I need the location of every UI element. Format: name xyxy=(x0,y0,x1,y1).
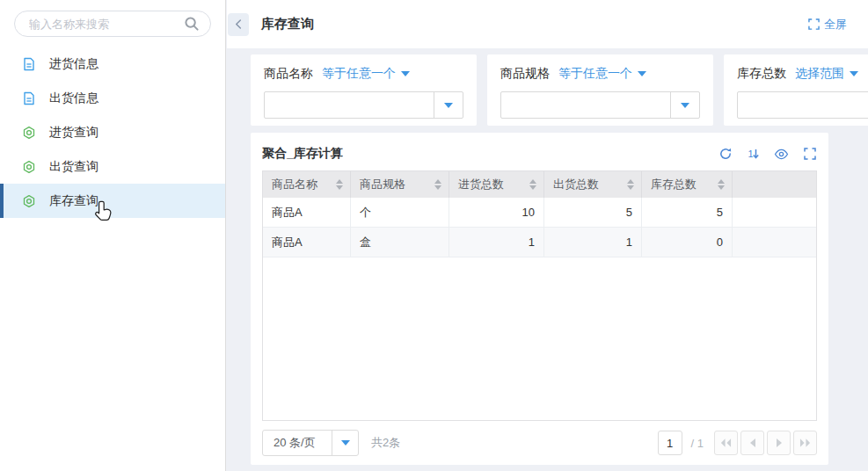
select-arrow[interactable] xyxy=(434,92,463,118)
query-icon xyxy=(22,194,36,208)
refresh-icon[interactable] xyxy=(718,147,733,162)
cell-ship-total: 1 xyxy=(544,228,642,257)
main-area: 库存查询 全屏 商品名称 等于任意一个 xyxy=(227,0,868,471)
cell-product-name: 商品A xyxy=(263,228,351,257)
page-size-label: 20 条/页 xyxy=(263,431,332,455)
filter-operator-dropdown[interactable]: 等于任意一个 xyxy=(558,66,646,82)
next-page-button[interactable] xyxy=(767,431,791,455)
column-header[interactable]: 商品规格 xyxy=(351,171,449,198)
filter-product-spec: 商品规格 等于任意一个 xyxy=(487,54,713,126)
sort-icon[interactable] xyxy=(529,179,536,190)
filter-row: 商品名称 等于任意一个 商品规格 等于任意一 xyxy=(251,54,828,126)
sidebar-item-ship-info[interactable]: 出货信息 xyxy=(0,81,225,115)
cell-stock-total: 0 xyxy=(642,228,733,257)
content-area: 商品名称 等于任意一个 商品规格 等于任意一 xyxy=(227,48,868,471)
sidebar-item-label: 进货信息 xyxy=(49,56,98,72)
sort-icon[interactable] xyxy=(434,179,441,190)
filter-operator-label: 选择范围 xyxy=(795,66,844,82)
sidebar-item-purchase-info[interactable]: 进货信息 xyxy=(0,47,225,81)
page-number-input[interactable] xyxy=(658,431,682,455)
chevron-down-icon xyxy=(444,103,453,108)
chevron-down-icon xyxy=(332,431,358,455)
filter-operator-label: 等于任意一个 xyxy=(558,66,632,82)
page-size-select[interactable]: 20 条/页 xyxy=(262,430,359,456)
cell-empty xyxy=(733,228,816,257)
sidebar-item-ship-query[interactable]: 出货查询 xyxy=(0,149,225,184)
prev-page-button[interactable] xyxy=(740,431,764,455)
product-spec-select[interactable] xyxy=(500,91,700,119)
sidebar: 进货信息 出货信息 进货查询 出货查询 库存查询 xyxy=(0,0,226,471)
product-spec-input[interactable] xyxy=(501,92,670,118)
table-title: 聚合_库存计算 xyxy=(262,146,343,162)
sidebar-item-label: 出货查询 xyxy=(49,159,98,175)
cell-purchase-total: 1 xyxy=(449,228,544,257)
chevron-down-icon xyxy=(638,71,646,76)
select-arrow[interactable] xyxy=(670,92,699,118)
numeric-sort-icon[interactable]: 1 xyxy=(746,147,761,162)
page-title: 库存查询 xyxy=(261,16,314,33)
pager-controls: / 1 xyxy=(658,431,817,455)
chevron-down-icon xyxy=(850,71,858,76)
cell-product-spec: 盒 xyxy=(351,228,449,257)
total-count-label: 共2条 xyxy=(371,435,400,451)
data-table: 商品名称 商品规格 进货总数 出货总数 xyxy=(262,170,817,421)
column-header-empty xyxy=(733,171,816,198)
chevron-down-icon xyxy=(681,103,689,108)
filter-operator-dropdown[interactable]: 等于任意一个 xyxy=(322,66,410,82)
filter-label: 库存总数 xyxy=(737,66,786,82)
column-header[interactable]: 出货总数 xyxy=(544,171,642,198)
cell-purchase-total: 10 xyxy=(449,198,544,227)
search-input[interactable] xyxy=(14,11,211,37)
back-button[interactable] xyxy=(228,13,249,36)
sidebar-item-stock-query[interactable]: 库存查询 xyxy=(0,184,225,218)
eye-icon[interactable] xyxy=(774,147,789,162)
filter-stock-total: 库存总数 选择范围 ~ xyxy=(724,54,868,126)
column-header[interactable]: 商品名称 xyxy=(263,171,351,198)
chevron-left-icon xyxy=(234,18,244,30)
product-name-input[interactable] xyxy=(265,92,434,118)
first-page-button[interactable] xyxy=(714,431,738,455)
table-row[interactable]: 商品A 个 10 5 5 xyxy=(263,198,816,228)
sidebar-item-label: 进货查询 xyxy=(49,125,98,141)
document-icon xyxy=(22,91,36,105)
product-name-select[interactable] xyxy=(264,91,463,119)
sidebar-item-label: 出货信息 xyxy=(49,91,98,106)
sidebar-item-purchase-query[interactable]: 进货查询 xyxy=(0,115,225,149)
fullscreen-label: 全屏 xyxy=(824,17,847,33)
sort-icon[interactable] xyxy=(336,179,343,190)
fullscreen-button[interactable]: 全屏 xyxy=(808,17,847,33)
query-icon xyxy=(22,126,36,140)
total-pages-label: / 1 xyxy=(691,437,704,450)
column-header[interactable]: 库存总数 xyxy=(642,171,733,198)
sidebar-item-label: 库存查询 xyxy=(49,193,98,209)
sidebar-nav: 进货信息 出货信息 进货查询 出货查询 库存查询 xyxy=(0,47,225,218)
fullscreen-icon[interactable] xyxy=(802,147,817,162)
result-card: 聚合_库存计算 1 xyxy=(251,133,828,465)
filter-label: 商品名称 xyxy=(264,66,313,82)
sort-icon[interactable] xyxy=(627,179,634,190)
cell-stock-total: 5 xyxy=(642,198,733,227)
search-icon[interactable] xyxy=(184,16,200,32)
table-toolbar: 1 xyxy=(718,147,817,162)
document-icon xyxy=(22,57,36,71)
page-header: 库存查询 全屏 xyxy=(227,0,868,48)
range-min-input[interactable] xyxy=(737,91,868,119)
sort-icon[interactable] xyxy=(718,179,725,190)
table-header-row: 商品名称 商品规格 进货总数 出货总数 xyxy=(263,171,816,198)
cell-product-name: 商品A xyxy=(263,198,351,227)
cell-empty xyxy=(733,198,816,227)
cell-ship-total: 5 xyxy=(544,198,642,227)
chevron-down-icon xyxy=(401,71,410,76)
cell-product-spec: 个 xyxy=(351,198,449,227)
table-row[interactable]: 商品A 盒 1 1 0 xyxy=(263,228,816,257)
last-page-button[interactable] xyxy=(793,431,817,455)
query-icon xyxy=(22,160,36,174)
filter-operator-dropdown[interactable]: 选择范围 xyxy=(795,66,858,82)
filter-operator-label: 等于任意一个 xyxy=(322,66,396,82)
svg-text:1: 1 xyxy=(748,149,753,159)
filter-label: 商品规格 xyxy=(500,66,550,82)
fullscreen-icon xyxy=(808,18,820,30)
column-header[interactable]: 进货总数 xyxy=(449,171,544,198)
table-empty-area xyxy=(263,257,816,420)
pagination-bar: 20 条/页 共2条 / 1 xyxy=(262,421,817,465)
